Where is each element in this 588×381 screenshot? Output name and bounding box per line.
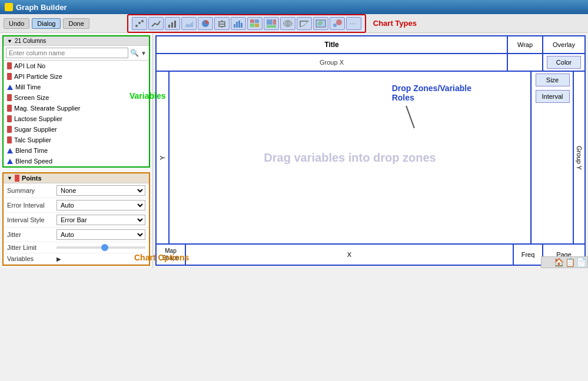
wrap-right-zone bbox=[508, 54, 543, 71]
x-drop-zone[interactable]: X bbox=[186, 245, 514, 265]
search-input[interactable] bbox=[6, 48, 128, 58]
variable-type-icon bbox=[7, 105, 12, 112]
chart-box-icon[interactable] bbox=[214, 17, 230, 30]
list-item[interactable]: Sugar Supplier bbox=[4, 124, 149, 135]
options-row-label: Variables bbox=[7, 255, 54, 262]
right-buttons-middle: Size Interval bbox=[531, 72, 573, 243]
chart-pie-icon[interactable] bbox=[198, 17, 213, 30]
variable-name: Sugar Supplier bbox=[14, 126, 57, 133]
svg-point-1 bbox=[138, 22, 141, 24]
options-header: ▼ Points bbox=[4, 173, 149, 183]
list-item[interactable]: Blend Speed bbox=[4, 156, 149, 166]
search-icon[interactable]: 🔍 bbox=[130, 49, 139, 57]
graph-header-row: Title Wrap Overlay bbox=[157, 36, 584, 54]
options-select-summary[interactable]: NoneMeanMedianSum bbox=[57, 185, 145, 196]
app-icon bbox=[5, 3, 13, 11]
interval-button[interactable]: Interval bbox=[536, 90, 570, 103]
list-item[interactable]: Blend Time bbox=[4, 145, 149, 156]
chart-3d-icon[interactable] bbox=[297, 17, 312, 30]
svg-point-25 bbox=[287, 22, 288, 24]
variable-name: Talc Supplier bbox=[14, 136, 51, 143]
variable-type-icon bbox=[7, 148, 13, 153]
chart-line-icon[interactable] bbox=[148, 17, 164, 30]
list-item[interactable]: Mag. Stearate Supplier bbox=[4, 103, 149, 113]
wrap-zone[interactable]: Wrap bbox=[508, 36, 543, 53]
jitter-limit-slider[interactable] bbox=[57, 246, 145, 249]
options-select-interval-style[interactable]: Error BarLineBand bbox=[57, 215, 145, 225]
chart-map-icon[interactable] bbox=[313, 17, 328, 30]
status-icon-1[interactable]: 🏠 bbox=[554, 258, 564, 267]
points-icon bbox=[15, 175, 19, 182]
svg-point-2 bbox=[141, 20, 144, 22]
list-item[interactable]: Lactose Supplier bbox=[4, 113, 149, 124]
x-axis-label: X bbox=[347, 251, 351, 258]
chart-types-annotation: Chart Types bbox=[373, 19, 417, 28]
title-drop-zone[interactable]: Title bbox=[157, 36, 508, 53]
options-select-error-interval[interactable]: AutoStd DevStd ErrCI bbox=[57, 200, 145, 210]
group-x-label: Group X bbox=[320, 59, 344, 66]
status-bar: 🏠 📋 📄 bbox=[541, 256, 588, 268]
drop-zones-arrow bbox=[406, 106, 415, 128]
chart-histogram-icon[interactable] bbox=[231, 17, 246, 30]
drop-zones-annotation-container: Drop Zones/Variable Roles bbox=[392, 83, 471, 129]
svg-rect-19 bbox=[255, 24, 259, 27]
list-item[interactable]: API Particle Size bbox=[4, 71, 149, 82]
dialog-button[interactable]: Dialog bbox=[32, 18, 61, 29]
chart-options-section: ▼ Points SummaryNoneMeanMedianSumError I… bbox=[2, 172, 150, 266]
svg-rect-12 bbox=[234, 24, 235, 28]
variable-name: Mill Time bbox=[15, 83, 41, 91]
variable-type-icon bbox=[7, 62, 12, 69]
variable-name: API Particle Size bbox=[14, 73, 62, 80]
variable-name: Mag. Stearate Supplier bbox=[14, 105, 81, 112]
list-item[interactable]: API Lot No bbox=[4, 61, 149, 71]
svg-rect-13 bbox=[236, 22, 238, 28]
list-item[interactable]: Talc Supplier bbox=[4, 135, 149, 145]
chart-bubble-icon[interactable] bbox=[330, 17, 345, 30]
options-select-jitter[interactable]: AutoNoneCustom bbox=[57, 229, 145, 240]
chart-scatter-icon[interactable] bbox=[132, 17, 147, 30]
search-bar: 🔍 ▼ bbox=[4, 46, 149, 61]
variables-expand-arrow[interactable]: ▶ bbox=[57, 256, 61, 262]
chart-treemap-icon[interactable] bbox=[264, 17, 279, 30]
freq-zone[interactable]: Freq bbox=[514, 245, 543, 265]
list-item[interactable]: Mill Time bbox=[4, 82, 149, 92]
options-row: SummaryNoneMeanMedianSum bbox=[4, 183, 149, 198]
freq-label: Freq bbox=[521, 251, 535, 258]
overlay-zone[interactable]: Overlay bbox=[543, 36, 584, 53]
status-icon-2[interactable]: 📋 bbox=[565, 258, 575, 267]
svg-rect-4 bbox=[171, 22, 173, 28]
chart-contour-icon[interactable] bbox=[280, 17, 295, 30]
chart-special-icon[interactable]: ⋯ bbox=[346, 17, 361, 30]
wrap-label: Wrap bbox=[517, 41, 533, 48]
drop-zones-label: Drop Zones/Variable bbox=[392, 83, 471, 93]
svg-text:⋯: ⋯ bbox=[350, 21, 356, 28]
dropdown-icon[interactable]: ▼ bbox=[141, 50, 147, 56]
main-plot-area[interactable]: Drag variables into drop zones Drop Zone… bbox=[168, 72, 531, 243]
graph-canvas: Title Wrap Overlay Group X bbox=[155, 35, 586, 266]
status-icon-3[interactable]: 📄 bbox=[576, 258, 586, 267]
app-title: Graph Builder bbox=[16, 3, 67, 12]
variables-section: ▼ 21 Columns 🔍 ▼ API Lot NoAPI Particle … bbox=[2, 35, 150, 168]
collapse-options-icon[interactable]: ▼ bbox=[7, 175, 12, 181]
toolbar: Undo Dialog Done bbox=[0, 14, 588, 33]
variables-count: 21 Columns bbox=[15, 38, 46, 44]
done-button[interactable]: Done bbox=[63, 18, 89, 29]
variables-annotation: Variables bbox=[129, 91, 166, 101]
group-x-row: Group X Color bbox=[157, 54, 584, 72]
group-x-zone[interactable]: Group X bbox=[157, 54, 508, 71]
variable-type-icon bbox=[7, 85, 13, 90]
title-zone-label: Title bbox=[324, 41, 338, 49]
chart-bar-icon[interactable] bbox=[165, 17, 180, 30]
svg-point-29 bbox=[336, 19, 342, 25]
chart-types-bar: ⋯ bbox=[127, 14, 366, 33]
collapse-variables-icon[interactable]: ▼ bbox=[7, 38, 12, 44]
variables-header: ▼ 21 Columns bbox=[4, 36, 149, 46]
list-item[interactable]: Screen Size bbox=[4, 92, 149, 103]
size-button[interactable]: Size bbox=[536, 73, 570, 86]
options-row: Interval StyleError BarLineBand bbox=[4, 213, 149, 228]
undo-button[interactable]: Undo bbox=[4, 18, 29, 29]
chart-heat-icon[interactable] bbox=[247, 17, 263, 30]
chart-area-icon[interactable] bbox=[181, 17, 197, 30]
color-button[interactable]: Color bbox=[547, 56, 581, 69]
svg-point-28 bbox=[333, 24, 337, 27]
